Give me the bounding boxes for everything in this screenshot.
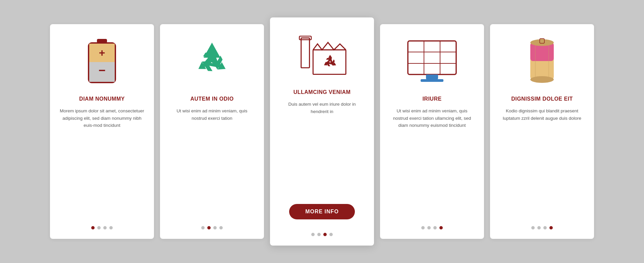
svg-point-19 [530, 76, 554, 83]
card-monitor-text: Ut wisi enim ad minim veniam, quis nostr… [389, 107, 475, 221]
factory-icon [295, 28, 349, 81]
dot-1 [311, 233, 315, 236]
card-can-dots [531, 226, 553, 229]
dot-2 [97, 226, 101, 229]
dot-1 [201, 226, 205, 229]
card-can: DIGNISSIM DOLOE EIT Kodio dignissim qui … [490, 24, 594, 239]
dot-4 [439, 226, 443, 229]
card-recycle-dots [201, 226, 223, 229]
dot-3 [103, 226, 107, 229]
dot-2 [427, 226, 431, 229]
dot-3 [323, 233, 327, 236]
svg-rect-14 [426, 74, 438, 79]
card-factory-dots [311, 233, 333, 236]
svg-text:−: − [98, 63, 105, 77]
card-factory-text: Duis autem vel eum iriure dolor in hendr… [279, 101, 365, 197]
cards-container: + − DIAM NONUMMY Morem ipsum dolor sit a… [30, 4, 614, 259]
dot-2 [317, 233, 321, 236]
dot-2 [537, 226, 541, 229]
svg-rect-20 [540, 39, 544, 43]
svg-text:+: + [99, 47, 105, 59]
dot-1 [531, 226, 535, 229]
dot-4 [219, 226, 223, 229]
dot-2 [207, 226, 211, 229]
dot-3 [543, 226, 547, 229]
dot-1 [421, 226, 425, 229]
card-recycle-text: Ut wisi enim ad minim veniam, quis nostr… [169, 107, 255, 221]
dot-3 [213, 226, 217, 229]
card-recycle: AUTEM IN ODIO Ut wisi enim ad minim veni… [160, 24, 264, 239]
dot-4 [109, 226, 113, 229]
card-can-text: Kodio dignissim qui blandit praesent lup… [499, 107, 585, 221]
svg-rect-9 [408, 41, 456, 74]
dot-1 [91, 226, 95, 229]
svg-rect-15 [421, 79, 443, 82]
card-battery: + − DIAM NONUMMY Morem ipsum dolor sit a… [50, 24, 154, 239]
svg-rect-7 [301, 38, 310, 68]
card-factory: ULLAMCING VENIAM Duis autem vel eum iriu… [270, 17, 374, 246]
card-battery-text: Morem ipsum dolor sit amet, consectetuer… [59, 107, 145, 221]
dot-3 [433, 226, 437, 229]
dot-4 [549, 226, 553, 229]
more-info-button[interactable]: MORE INFO [289, 204, 355, 219]
dot-4 [329, 233, 333, 236]
card-battery-dots [91, 226, 113, 229]
monitor-icon [405, 34, 459, 88]
battery-icon: + − [75, 34, 129, 88]
card-monitor-dots [421, 226, 443, 229]
card-monitor: IRIURE Ut wisi enim ad minim veniam, qui… [380, 24, 484, 239]
card-monitor-title: IRIURE [422, 96, 441, 102]
card-factory-title: ULLAMCING VENIAM [293, 89, 351, 95]
recycle-icon [185, 34, 239, 88]
card-recycle-title: AUTEM IN ODIO [190, 96, 233, 102]
card-battery-title: DIAM NONUMMY [79, 96, 125, 102]
can-icon [515, 34, 569, 88]
card-can-title: DIGNISSIM DOLOE EIT [511, 96, 573, 102]
